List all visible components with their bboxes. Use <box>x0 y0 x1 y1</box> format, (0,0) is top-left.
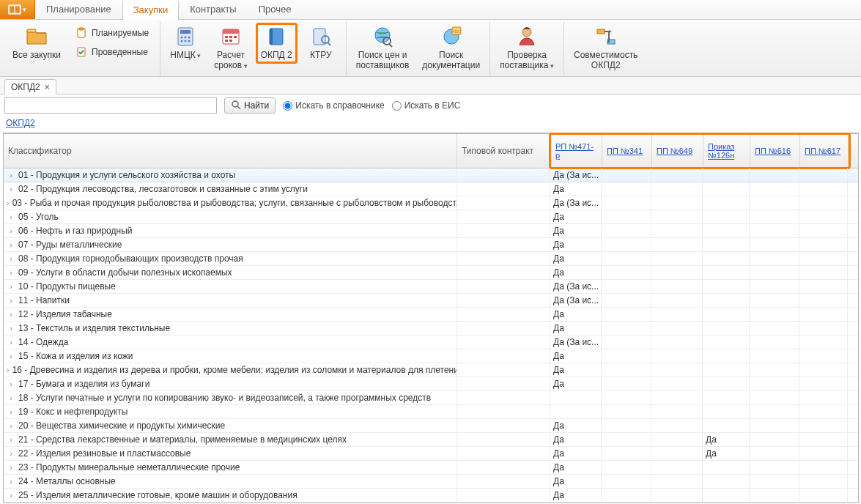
expand-icon[interactable]: › <box>7 421 15 430</box>
header-c6[interactable]: ПП №617 <box>800 135 849 167</box>
doc-search-label: Поиск документации <box>422 50 480 70</box>
expand-icon[interactable]: › <box>7 366 10 374</box>
table-row[interactable]: ›13 - Текстиль и изделия текстильныеДа <box>4 322 858 336</box>
doc-search-button[interactable]: ABC Поиск документации <box>417 23 485 74</box>
tab-contracts[interactable]: Контракты <box>179 0 248 19</box>
close-icon[interactable]: × <box>45 82 50 92</box>
table-row[interactable]: ›18 - Услуги печатные и услуги по копиро… <box>4 391 858 405</box>
ktru-button[interactable]: КТРУ <box>300 23 341 64</box>
radio-eis-input[interactable] <box>392 101 402 111</box>
cell-type-contract <box>457 182 550 196</box>
radio-directory-input[interactable] <box>283 101 292 111</box>
expand-icon[interactable]: › <box>7 435 15 444</box>
header-c3[interactable]: ПП №649 <box>652 135 703 167</box>
cell-c2 <box>602 489 651 502</box>
expand-icon[interactable]: › <box>7 268 15 277</box>
calc-dates-label: Расчет сроков <box>214 50 247 71</box>
grid: Классификатор Типовой контракт РП №471-р… <box>3 133 859 503</box>
header-type-contract[interactable]: Типовой контракт <box>457 134 550 168</box>
svg-point-11 <box>188 37 191 39</box>
doc-tab-okpd2[interactable]: ОКПД2 × <box>4 79 56 94</box>
expand-icon[interactable]: › <box>7 338 15 346</box>
header-c1[interactable]: РП №471-р <box>551 135 602 167</box>
table-row[interactable]: ›12 - Изделия табачныеДа <box>4 308 858 322</box>
header-c5[interactable]: ПП №616 <box>750 135 800 167</box>
expand-icon[interactable]: › <box>7 226 15 235</box>
calc-dates-button[interactable]: Расчет сроков <box>209 23 252 75</box>
table-row[interactable]: ›22 - Изделия резиновые и пластмассовыеД… <box>4 447 858 461</box>
cell-c2 <box>602 266 651 279</box>
okpd-compat-button[interactable]: Совместимость ОКПД2 <box>569 23 643 74</box>
table-row[interactable]: ›02 - Продукция лесоводства, лесозаготов… <box>4 182 858 196</box>
header-c4[interactable]: Приказ №126н <box>703 135 750 167</box>
expand-icon[interactable]: › <box>7 449 15 458</box>
expand-icon[interactable]: › <box>7 379 15 388</box>
cell-c2 <box>602 433 651 446</box>
expand-icon[interactable]: › <box>7 240 15 249</box>
expand-icon[interactable]: › <box>7 185 15 193</box>
expand-icon[interactable]: › <box>7 212 15 221</box>
conducted-button[interactable]: Проведенные <box>69 43 155 61</box>
cell-c6 <box>799 405 848 418</box>
expand-icon[interactable]: › <box>7 463 15 472</box>
search-input[interactable] <box>4 97 217 114</box>
expand-icon[interactable]: › <box>7 296 15 305</box>
table-row[interactable]: ›17 - Бумага и изделия из бумагиДа <box>4 377 858 391</box>
folder-icon <box>25 25 48 48</box>
table-row[interactable]: ›21 - Средства лекарственные и материалы… <box>4 433 858 447</box>
expand-icon[interactable]: › <box>7 310 15 319</box>
cell-c2 <box>602 447 651 460</box>
cell-c5 <box>750 349 799 363</box>
table-row[interactable]: ›09 - Услуги в области добычи полезных и… <box>4 266 858 280</box>
table-row[interactable]: ›20 - Вещества химические и продукты хим… <box>4 419 858 433</box>
radio-eis[interactable]: Искать в ЕИС <box>392 100 461 111</box>
expand-icon[interactable]: › <box>7 491 15 500</box>
table-row[interactable]: ›24 - Металлы основныеДа <box>4 475 858 489</box>
table-row[interactable]: ›15 - Кожа и изделия из кожиДа <box>4 349 858 363</box>
table-row[interactable]: ›25 - Изделия металлические готовые, кро… <box>4 489 858 503</box>
okpd2-button[interactable]: ОКПД 2 <box>256 23 298 64</box>
planned-button[interactable]: Планируемые <box>69 24 155 42</box>
table-row[interactable]: ›03 - Рыба и прочая продукция рыболовств… <box>4 196 858 210</box>
table-row[interactable]: ›01 - Продукция и услуги сельского хозяй… <box>4 168 858 182</box>
all-purchases-button[interactable]: Все закупки <box>7 23 66 64</box>
tab-other[interactable]: Прочее <box>248 0 303 19</box>
supplier-check-button[interactable]: Проверка поставщика <box>495 23 559 75</box>
table-row[interactable]: ›16 - Древесина и изделия из дерева и пр… <box>4 363 858 377</box>
cell-classifier: ›20 - Вещества химические и продукты хим… <box>4 419 457 432</box>
table-row[interactable]: ›06 - Нефть и газ природныйДа <box>4 224 858 238</box>
expand-icon[interactable]: › <box>7 171 15 179</box>
tab-planning[interactable]: Планирование <box>35 0 122 19</box>
table-row[interactable]: ›11 - НапиткиДа (За ис... <box>4 294 858 308</box>
find-button[interactable]: Найти <box>224 97 276 114</box>
table-row[interactable]: ›05 - УгольДа <box>4 210 858 224</box>
cell-c6 <box>799 363 848 377</box>
expand-icon[interactable]: › <box>7 477 15 486</box>
expand-icon[interactable]: › <box>7 324 15 333</box>
nmck-button[interactable]: НМЦК <box>165 23 206 64</box>
expand-icon[interactable]: › <box>7 407 15 416</box>
breadcrumb-link[interactable]: ОКПД2 <box>6 118 35 128</box>
tab-purchases[interactable]: Закупки <box>122 1 179 20</box>
table-row[interactable]: ›19 - Кокс и нефтепродукты <box>4 405 858 419</box>
table-row[interactable]: ›07 - Руды металлическиеДа <box>4 238 858 252</box>
table-row[interactable]: ›08 - Продукция горнодобывающих производ… <box>4 252 858 266</box>
expand-icon[interactable]: › <box>7 254 15 263</box>
cell-c6 <box>799 377 848 390</box>
cell-c4 <box>703 489 750 502</box>
expand-icon[interactable]: › <box>7 352 15 360</box>
nmck-label: НМЦК <box>170 50 201 61</box>
expand-icon[interactable]: › <box>7 282 15 291</box>
price-suppliers-button[interactable]: Поиск цен и поставщиков <box>351 23 415 74</box>
table-row[interactable]: ›23 - Продукты минеральные неметаллическ… <box>4 461 858 475</box>
expand-icon[interactable]: › <box>7 393 15 402</box>
cell-c1: Да <box>550 475 602 488</box>
app-menu-button[interactable]: ▾ <box>0 0 35 19</box>
header-classifier[interactable]: Классификатор <box>4 134 457 168</box>
table-row[interactable]: ›14 - ОдеждаДа (За ис... <box>4 336 858 349</box>
radio-directory[interactable]: Искать в справочнике <box>283 100 384 111</box>
header-c2[interactable]: ПП №341 <box>602 135 652 167</box>
svg-rect-18 <box>229 36 232 38</box>
table-row[interactable]: ›10 - Продукты пищевыеДа (За ис... <box>4 280 858 294</box>
expand-icon[interactable]: › <box>7 199 10 207</box>
